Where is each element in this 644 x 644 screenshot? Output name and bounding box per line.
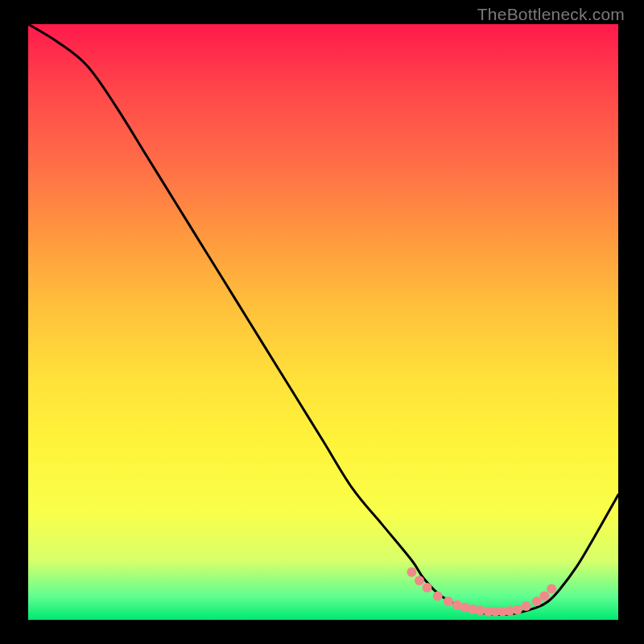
highlight-dot bbox=[423, 583, 432, 592]
highlight-dot bbox=[415, 576, 424, 585]
highlight-dot bbox=[433, 591, 443, 601]
watermark-text: TheBottleneck.com bbox=[477, 5, 625, 24]
curve-path bbox=[28, 24, 618, 615]
highlight-dot bbox=[444, 597, 453, 606]
highlight-dot bbox=[522, 601, 531, 611]
highlight-dot bbox=[513, 605, 522, 614]
bottleneck-curve bbox=[28, 24, 618, 620]
highlight-dot bbox=[475, 605, 485, 615]
highlight-dot bbox=[539, 591, 549, 601]
chart-frame: TheBottleneck.com bbox=[0, 0, 644, 644]
highlight-dot bbox=[407, 568, 416, 577]
highlight-dot bbox=[547, 584, 556, 594]
plot-area bbox=[28, 24, 618, 620]
